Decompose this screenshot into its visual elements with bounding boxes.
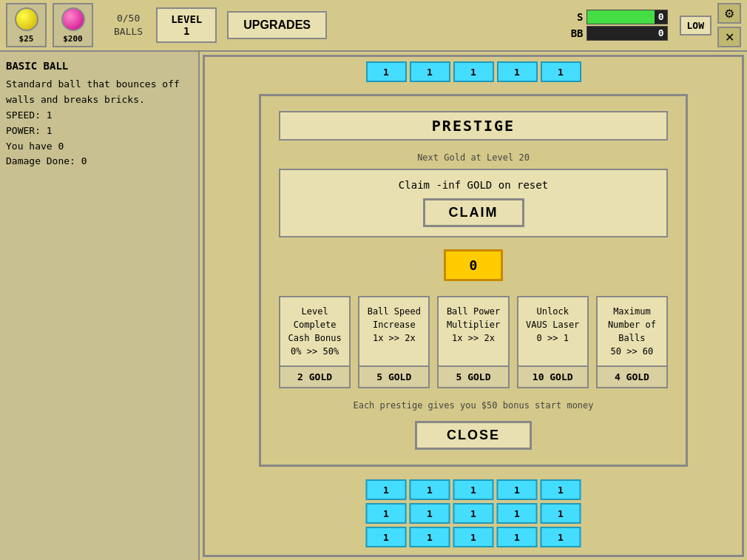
ball-name: BASIC BALL [6, 58, 192, 74]
bottom-bricks: 111111111111111 [366, 479, 581, 547]
left-panel: BASIC BALL Standard ball that bounces of… [0, 52, 200, 560]
level-value: 1 [171, 25, 202, 37]
level-box: LEVEL 1 [156, 7, 217, 43]
ball2-button[interactable]: $200 [53, 3, 93, 47]
pink-ball-icon [61, 7, 85, 31]
money-bar: 0 [587, 10, 668, 24]
money-s-label: S [567, 11, 584, 23]
upgrade-card-2[interactable]: Ball Power Multiplier 1x >> 2x5 GOLD [437, 296, 509, 388]
claim-button[interactable]: CLAIM [423, 198, 524, 227]
yellow-ball-icon [15, 7, 38, 31]
upgrade-cost-2: 5 GOLD [439, 365, 507, 387]
low-badge: LOW [680, 16, 711, 36]
bottom-brick-0-4[interactable]: 1 [541, 479, 581, 500]
bottom-brick-1-1[interactable]: 1 [410, 503, 450, 524]
money-bar-fill [587, 10, 655, 24]
upgrade-card-1[interactable]: Ball Speed Increase 1x >> 2x5 GOLD [358, 296, 430, 388]
upgrades-grid: Level Complete Cash Bonus 0% >> 50%2 GOL… [279, 296, 668, 388]
bottom-brick-row-1: 11111 [366, 503, 581, 524]
ball2-cost: $200 [63, 34, 83, 44]
ball-you-have: You have 0 [6, 139, 192, 155]
bottom-brick-row-0: 11111 [366, 479, 581, 500]
balls-label: BALLS [114, 25, 143, 38]
upgrade-cost-0: 2 GOLD [280, 365, 349, 387]
upgrade-desc-0: Level Complete Cash Bonus 0% >> 50% [280, 297, 349, 365]
ball-power: POWER: 1 [6, 124, 192, 139]
top-brick[interactable]: 1 [541, 61, 581, 82]
upgrade-card-0[interactable]: Level Complete Cash Bonus 0% >> 50%2 GOL… [279, 296, 351, 388]
upgrade-card-3[interactable]: Unlock VAUS Laser 0 >> 110 GOLD [517, 296, 589, 388]
bottom-brick-2-0[interactable]: 1 [366, 527, 407, 547]
close-button[interactable]: CLOSE [415, 421, 532, 450]
prestige-panel: PRESTIGE Next Gold at Level 20 Claim -in… [259, 94, 688, 467]
top-brick[interactable]: 1 [366, 61, 407, 82]
balls-counter: 0/50 BALLS [114, 12, 143, 38]
money-value: 0 [658, 11, 664, 22]
mute-icon: ✕ [725, 30, 734, 44]
bottom-brick-2-3[interactable]: 1 [497, 527, 538, 547]
bb-bar: 0 [587, 26, 668, 41]
main-area: BASIC BALL Standard ball that bounces of… [0, 52, 747, 560]
gear-icon: ⚙ [724, 7, 734, 21]
mute-button[interactable]: ✕ [717, 27, 741, 47]
bonus-text: Each prestige gives you $50 bonus start … [279, 400, 668, 411]
bottom-brick-0-2[interactable]: 1 [453, 479, 494, 500]
gold-value: 0 [444, 249, 503, 281]
upgrade-desc-3: Unlock VAUS Laser 0 >> 1 [518, 297, 587, 365]
bottom-brick-0-3[interactable]: 1 [497, 479, 538, 500]
bb-row: BB 0 [567, 26, 668, 41]
upgrade-desc-1: Ball Speed Increase 1x >> 2x [359, 297, 428, 365]
upgrade-cost-3: 10 GOLD [518, 365, 587, 387]
upgrade-card-4[interactable]: Maximum Number of Balls 50 >> 604 GOLD [596, 296, 668, 388]
top-brick-row: 11111 [205, 57, 742, 87]
ball1-button[interactable]: $25 [6, 3, 47, 47]
bottom-brick-1-2[interactable]: 1 [453, 503, 494, 524]
bb-value: 0 [658, 27, 664, 38]
balls-current: 0/50 [114, 12, 143, 25]
ball-speed: SPEED: 1 [6, 108, 192, 124]
upgrades-button[interactable]: UPGRADES [227, 11, 327, 39]
next-gold-label: Next Gold at Level 20 [279, 152, 668, 163]
upgrade-desc-2: Ball Power Multiplier 1x >> 2x [439, 297, 507, 365]
gear-button[interactable]: ⚙ [717, 3, 741, 24]
bottom-brick-1-0[interactable]: 1 [366, 503, 407, 524]
money-panel: S 0 BB 0 [567, 10, 668, 41]
ball-description: Standard ball that bounces off walls and… [6, 77, 192, 108]
top-brick[interactable]: 1 [453, 61, 494, 82]
top-brick[interactable]: 1 [410, 61, 450, 82]
game-area: 11111 PRESTIGE Next Gold at Level 20 Cla… [203, 55, 744, 557]
bottom-brick-2-1[interactable]: 1 [410, 527, 450, 547]
bottom-brick-0-1[interactable]: 1 [410, 479, 450, 500]
bottom-brick-2-2[interactable]: 1 [453, 527, 494, 547]
money-row: S 0 [567, 10, 668, 24]
claim-text: Claim -inf GOLD on reset [295, 179, 652, 191]
bb-label: BB [567, 27, 584, 39]
ball-damage: Damage Done: 0 [6, 154, 192, 169]
bottom-brick-1-3[interactable]: 1 [497, 503, 538, 524]
upgrade-cost-1: 5 GOLD [359, 365, 428, 387]
top-bar: $25 $200 0/50 BALLS LEVEL 1 UPGRADES S 0… [0, 0, 747, 52]
claim-box: Claim -inf GOLD on reset CLAIM [279, 169, 668, 237]
settings-area: ⚙ ✕ [717, 3, 741, 47]
upgrade-cost-4: 4 GOLD [598, 365, 666, 387]
upgrade-desc-4: Maximum Number of Balls 50 >> 60 [598, 297, 666, 365]
bottom-brick-row-2: 11111 [366, 527, 581, 547]
prestige-header: PRESTIGE [279, 111, 668, 141]
ball1-cost: $25 [19, 34, 34, 44]
bottom-brick-0-0[interactable]: 1 [366, 479, 407, 500]
bottom-brick-1-4[interactable]: 1 [541, 503, 581, 524]
level-label: LEVEL [171, 13, 202, 25]
bottom-brick-2-4[interactable]: 1 [541, 527, 581, 547]
top-brick[interactable]: 1 [497, 61, 538, 82]
gold-display: 0 [279, 249, 668, 281]
